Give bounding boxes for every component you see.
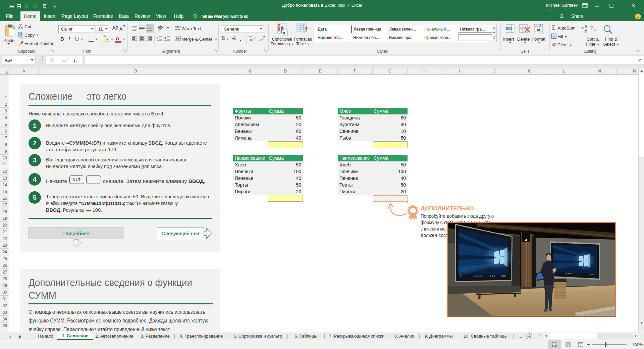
svg-text:≠: ≠ [283, 31, 285, 35]
svg-text:.00: .00 [258, 38, 262, 42]
svg-text:ab: ab [175, 25, 179, 29]
svg-text:x: x [75, 59, 77, 63]
svg-text:.00: .00 [249, 38, 254, 42]
